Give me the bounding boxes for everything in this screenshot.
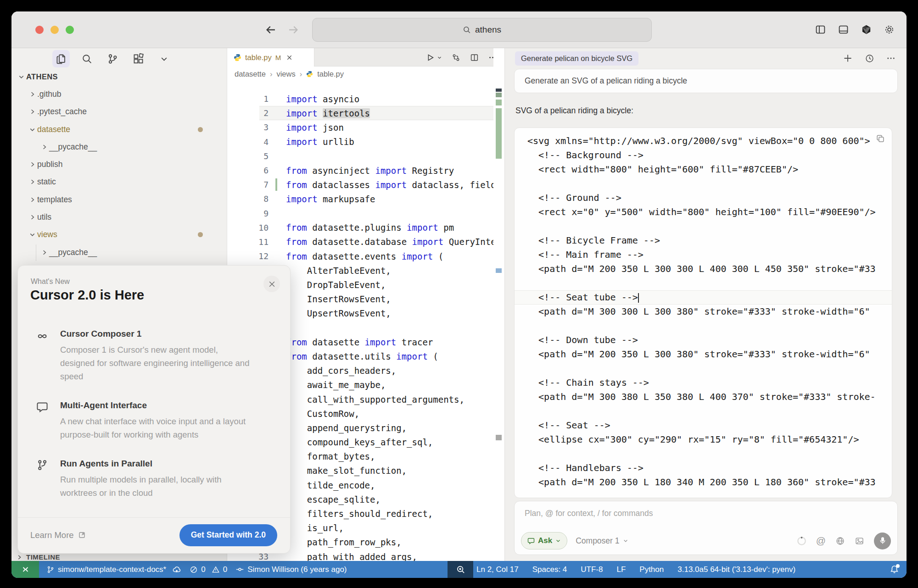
line-number: 10 <box>227 223 269 233</box>
code-line[interactable]: 4import urllib <box>227 135 493 149</box>
forward-arrow-icon[interactable] <box>287 24 299 36</box>
tree-item-views[interactable]: views <box>11 226 227 244</box>
encoding-status[interactable]: UTF-8 <box>581 565 603 574</box>
line-number: 8 <box>227 194 269 204</box>
tree-item-static[interactable]: static <box>11 173 227 191</box>
chat-bubble-icon <box>527 537 535 544</box>
settings-gear-icon[interactable] <box>884 24 895 35</box>
extensions-icon[interactable] <box>129 50 147 67</box>
usage-indicator-icon[interactable] <box>797 536 806 546</box>
chat-session-tab[interactable]: Generate pelican on bicycle SVG <box>515 51 638 66</box>
breadcrumb-item[interactable]: table.py <box>317 70 344 78</box>
chevron-right-icon <box>27 178 37 185</box>
tree-item-pytestcache[interactable]: .pytest_cache <box>11 103 227 121</box>
warnings-icon <box>212 566 220 574</box>
window-search-input[interactable]: athens <box>312 18 652 42</box>
more-views-chevron-icon[interactable] <box>155 50 173 67</box>
new-chat-icon[interactable] <box>843 53 853 63</box>
remote-indicator[interactable] <box>11 561 39 578</box>
history-icon[interactable] <box>865 54 874 63</box>
back-arrow-icon[interactable] <box>265 24 277 36</box>
modified-dot <box>198 127 203 132</box>
close-tab-icon[interactable] <box>286 54 293 61</box>
git-branch-icon <box>46 566 55 574</box>
tab-table-py[interactable]: table.py M <box>227 48 314 67</box>
code-line[interactable]: 1import asyncio <box>227 92 493 106</box>
breadcrumb-item[interactable]: views <box>276 70 295 78</box>
mention-icon[interactable]: @ <box>816 535 826 546</box>
dialog-title: Cursor 2.0 is Here <box>30 288 144 303</box>
breadcrumb: datasette › views › table.py <box>227 67 504 81</box>
tree-item-publish[interactable]: publish <box>11 155 227 173</box>
timeline-section-header[interactable]: TIMELINE <box>16 553 60 561</box>
microphone-button[interactable] <box>874 533 891 549</box>
mode-selector-ask[interactable]: Ask <box>521 532 567 549</box>
editor-overview-ruler[interactable] <box>493 48 504 561</box>
chevron-right-icon <box>27 196 37 203</box>
svg-code-line: <path d="M 300 380 L 350 380 L 400 370" … <box>515 390 892 404</box>
interpreter-status[interactable]: 3.13.0a5 64-bit ('3.13-dev': pyenv) <box>677 565 795 574</box>
git-blame-status[interactable]: Simon Willison (6 years ago) <box>235 565 347 574</box>
search-icon <box>463 26 471 34</box>
code-line[interactable]: 3import json <box>227 120 493 134</box>
tree-item-datasette[interactable]: datasette <box>11 121 227 138</box>
indentation-status[interactable]: Spaces: 4 <box>532 565 567 574</box>
tree-item-templates[interactable]: templates <box>11 191 227 208</box>
maximize-window-button[interactable] <box>66 26 74 34</box>
svg-code-line: <rect width="800" height="600" fill="#87… <box>515 162 892 177</box>
chat-input[interactable]: Plan, @ for context, / for commands Ask … <box>514 501 898 555</box>
close-dialog-icon[interactable] <box>263 276 280 292</box>
zoom-status[interactable] <box>448 561 473 578</box>
tree-item-github[interactable]: .github <box>11 85 227 103</box>
copy-code-icon[interactable] <box>873 132 888 145</box>
svg-code-line: <path d="M 300 300 L 300 380" stroke="#3… <box>515 305 892 319</box>
split-editor-icon[interactable] <box>470 53 479 62</box>
tree-root-athens[interactable]: ATHENS <box>11 68 227 85</box>
code-line[interactable]: 9 <box>227 206 493 221</box>
code-line[interactable]: 8import markupsafe <box>227 192 493 206</box>
cursor-position-status[interactable]: Ln 2, Col 17 <box>476 565 519 574</box>
get-started-button[interactable]: Get Started with 2.0 <box>179 524 277 546</box>
svg-code-line: <rect x="0" y="500" width="800" height="… <box>515 205 892 219</box>
svg-code-line: <!-- Down tube --> <box>515 333 892 347</box>
git-branch-status[interactable]: simonw/template-context-docs* <box>46 565 181 574</box>
breadcrumb-item[interactable]: datasette <box>235 70 266 78</box>
notifications-bell-icon[interactable] <box>890 565 899 574</box>
toggle-panel-icon[interactable] <box>838 24 849 35</box>
web-globe-icon[interactable] <box>835 536 845 546</box>
explorer-icon[interactable] <box>52 50 70 67</box>
code-line[interactable]: 10from datasette.plugins import pm <box>227 221 493 235</box>
source-control-icon[interactable] <box>104 50 121 67</box>
model-selector[interactable]: Composer 1 <box>576 536 628 546</box>
code-line[interactable]: 6from asyncinject import Registry <box>227 163 493 178</box>
code-line[interactable]: 5 <box>227 149 493 163</box>
svg-code-line: <!-- Chain stays --> <box>515 376 892 390</box>
language-status[interactable]: Python <box>639 565 664 574</box>
code-line[interactable]: 11from datasette.database import QueryIn… <box>227 235 493 249</box>
code-line[interactable]: 2import itertools <box>227 106 493 120</box>
cursor-logo-icon[interactable] <box>861 24 872 35</box>
toggle-sidebar-icon[interactable] <box>815 24 826 35</box>
attach-image-icon[interactable] <box>855 536 864 546</box>
minimize-window-button[interactable] <box>50 26 59 34</box>
tree-item-pycache[interactable]: __pycache__ <box>11 138 227 155</box>
tree-item-pycache[interactable]: __pycache__ <box>11 244 227 261</box>
tree-item-utils[interactable]: utils <box>11 208 227 226</box>
code-line[interactable]: 7from dataclasses import dataclass, fiel… <box>227 178 493 192</box>
problems-status[interactable]: 0 0 <box>190 565 227 574</box>
svg-code-line: <path d="M 200 350 L 300 300 L 400 300 L… <box>515 262 892 276</box>
close-window-button[interactable] <box>35 26 44 34</box>
svg-code-block[interactable]: <svg xmlns="http://www.w3.org/2000/svg" … <box>514 128 892 498</box>
learn-more-link[interactable]: Learn More <box>30 530 86 540</box>
code-line[interactable]: 12from datasette.events import ( <box>227 249 493 263</box>
feature-description: Composer 1 is Cursor's new agent model, … <box>60 343 251 383</box>
open-changes-icon[interactable] <box>452 53 460 62</box>
line-number: 3 <box>227 122 269 132</box>
line-number: 6 <box>227 166 269 175</box>
chevron-right-icon <box>39 249 49 256</box>
search-panel-icon[interactable] <box>78 50 95 67</box>
more-options-icon[interactable] <box>886 54 896 63</box>
eol-status[interactable]: LF <box>616 565 626 574</box>
run-python-file-icon[interactable] <box>426 53 442 62</box>
svg-code-line: <!-- Ground --> <box>515 191 892 205</box>
